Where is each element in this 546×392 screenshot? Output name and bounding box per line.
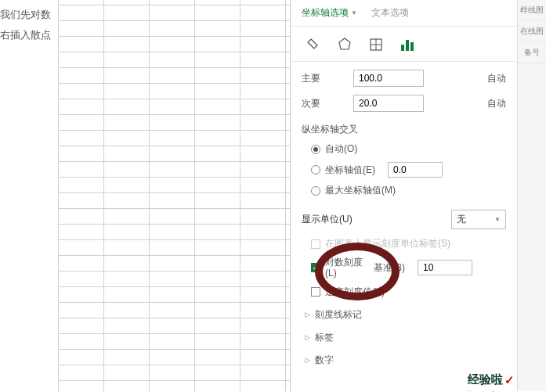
chevron-right-icon: ▷ xyxy=(305,333,310,341)
axis-cross-title: 纵坐标轴交叉 xyxy=(302,123,506,136)
labels-section-label: 标签 xyxy=(315,331,334,344)
chevron-down-icon: ▼ xyxy=(351,9,357,16)
svg-marker-0 xyxy=(339,38,350,49)
svg-rect-4 xyxy=(401,45,404,51)
log-scale-checkbox[interactable]: ✓ 对数刻度(L) 基准(B) xyxy=(311,257,506,279)
reverse-order-checkbox[interactable]: 逆序刻度值(V) xyxy=(311,286,506,299)
text-options-label: 文本选项 xyxy=(371,6,409,20)
show-units-label-checkbox: 在图表上显示刻度单位标签(S) xyxy=(311,237,506,250)
axis-cross-value-radio[interactable]: 坐标轴值(E) xyxy=(311,162,506,178)
chevron-right-icon: ▷ xyxy=(305,311,310,318)
number-section-label: 数字 xyxy=(315,354,334,367)
format-axis-pane: 坐标轴选项 ▼ 文本选项 主要 自动 次要 自动 纵坐标轴交 xyxy=(290,0,517,391)
chevron-right-icon: ▷ xyxy=(305,356,310,364)
axis-cross-value-label: 坐标轴值(E) xyxy=(325,164,375,177)
axis-cross-max-radio[interactable]: 最大坐标轴值(M) xyxy=(311,184,506,197)
svg-rect-5 xyxy=(406,40,409,51)
log-scale-label: 对数刻度(L) xyxy=(325,257,364,279)
checkbox-icon xyxy=(311,287,320,297)
major-unit-label: 主要 xyxy=(302,72,345,85)
size-icon[interactable] xyxy=(367,36,385,53)
checkbox-icon xyxy=(311,239,320,249)
minor-auto-label: 自动 xyxy=(487,97,506,110)
radio-icon xyxy=(311,165,320,174)
left-text-1: 我们先对数 xyxy=(0,8,51,22)
tick-marks-section-toggle[interactable]: ▷ 刻度线标记 xyxy=(305,308,506,322)
display-units-select[interactable]: 无 ▼ xyxy=(451,210,506,229)
watermark-text: 经验啦 xyxy=(468,372,503,387)
left-text-2: 右插入散点 xyxy=(0,28,51,42)
right-strip-item-2[interactable]: 在线图 xyxy=(518,21,546,42)
labels-section-toggle[interactable]: ▷ 标签 xyxy=(305,331,506,344)
spreadsheet-grid[interactable] xyxy=(58,0,293,391)
effects-icon[interactable] xyxy=(336,36,353,53)
log-base-label: 基准(B) xyxy=(374,261,405,275)
reverse-order-label: 逆序刻度值(V) xyxy=(325,286,385,299)
axis-cross-auto-label: 自动(O) xyxy=(325,142,357,156)
major-auto-label: 自动 xyxy=(487,72,506,85)
log-base-input[interactable] xyxy=(418,260,472,275)
check-icon: ✓ xyxy=(504,373,515,387)
radio-icon xyxy=(311,186,320,196)
svg-rect-6 xyxy=(410,42,414,51)
axis-options-label: 坐标轴选项 xyxy=(302,6,349,20)
axis-options-icon[interactable] xyxy=(399,36,416,53)
minor-unit-input[interactable] xyxy=(353,95,424,112)
show-units-label-text: 在图表上显示刻度单位标签(S) xyxy=(325,237,450,250)
chevron-down-icon: ▼ xyxy=(494,216,501,223)
right-strip-item-1[interactable]: 样线图 xyxy=(518,0,546,21)
text-options-tab[interactable]: 文本选项 xyxy=(371,6,409,20)
radio-icon xyxy=(311,145,320,154)
checkbox-icon: ✓ xyxy=(311,263,320,272)
number-section-toggle[interactable]: ▷ 数字 xyxy=(305,354,506,367)
right-strip-item-3[interactable]: 备号 xyxy=(518,42,546,63)
tick-marks-label: 刻度线标记 xyxy=(315,308,362,322)
minor-unit-label: 次要 xyxy=(302,97,345,110)
axis-cross-value-input[interactable] xyxy=(388,162,443,178)
display-units-value: 无 xyxy=(457,213,466,226)
fill-icon[interactable] xyxy=(305,36,322,53)
axis-cross-auto-radio[interactable]: 自动(O) xyxy=(311,142,506,156)
axis-options-tab[interactable]: 坐标轴选项 ▼ xyxy=(302,6,357,20)
axis-cross-max-label: 最大坐标轴值(M) xyxy=(325,184,396,197)
watermark-logo: 经验啦 ✓ xyxy=(468,372,515,387)
right-side-strip: 样线图 在线图 备号 xyxy=(517,0,546,391)
display-units-label: 显示单位(U) xyxy=(302,213,353,226)
major-unit-input[interactable] xyxy=(353,70,424,87)
